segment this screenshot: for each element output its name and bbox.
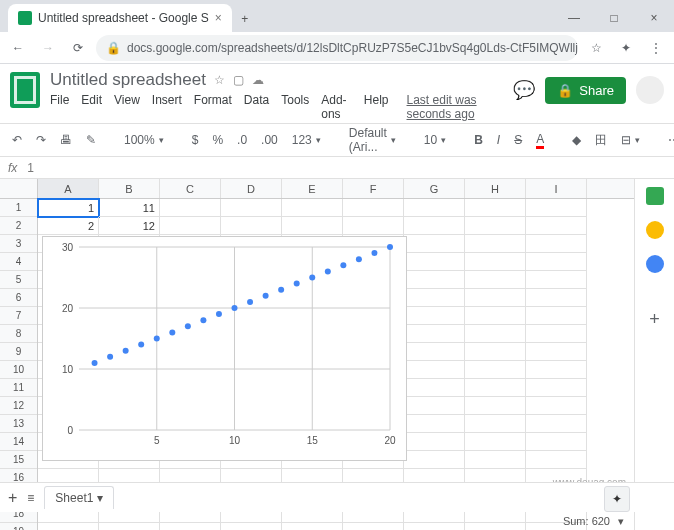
- cell-G8[interactable]: [404, 325, 465, 343]
- zoom-select[interactable]: 100%: [120, 131, 168, 149]
- cell-G14[interactable]: [404, 433, 465, 451]
- cell-D2[interactable]: [221, 217, 282, 235]
- cell-G5[interactable]: [404, 271, 465, 289]
- menu-data[interactable]: Data: [244, 93, 269, 121]
- row-header-8[interactable]: 8: [0, 325, 37, 343]
- col-header-A[interactable]: A: [38, 179, 99, 198]
- percent-button[interactable]: %: [208, 131, 227, 149]
- url-field[interactable]: 🔒 docs.google.com/spreadsheets/d/12lsDlt…: [96, 35, 578, 61]
- menu-view[interactable]: View: [114, 93, 140, 121]
- currency-button[interactable]: $: [188, 131, 203, 149]
- close-icon[interactable]: ×: [634, 4, 674, 32]
- select-all-corner[interactable]: [0, 179, 38, 198]
- cell-H3[interactable]: [465, 235, 526, 253]
- menu-edit[interactable]: Edit: [81, 93, 102, 121]
- cell-A1[interactable]: 1: [38, 199, 99, 217]
- cell-G2[interactable]: [404, 217, 465, 235]
- cell-I15[interactable]: [526, 451, 587, 469]
- cell-I12[interactable]: [526, 397, 587, 415]
- cell-H6[interactable]: [465, 289, 526, 307]
- redo-icon[interactable]: ↷: [32, 131, 50, 149]
- cell-H13[interactable]: [465, 415, 526, 433]
- cell-H2[interactable]: [465, 217, 526, 235]
- row-header-15[interactable]: 15: [0, 451, 37, 469]
- cell-G12[interactable]: [404, 397, 465, 415]
- cell-I8[interactable]: [526, 325, 587, 343]
- cell-G7[interactable]: [404, 307, 465, 325]
- col-header-C[interactable]: C: [160, 179, 221, 198]
- font-size-select[interactable]: 10: [420, 131, 450, 149]
- close-tab-icon[interactable]: ×: [215, 11, 222, 25]
- cell-I4[interactable]: [526, 253, 587, 271]
- cell-A2[interactable]: 2: [38, 217, 99, 235]
- move-icon[interactable]: ▢: [233, 73, 244, 87]
- row-header-6[interactable]: 6: [0, 289, 37, 307]
- cell-H10[interactable]: [465, 361, 526, 379]
- menu-icon[interactable]: ⋮: [644, 36, 668, 60]
- cell-G6[interactable]: [404, 289, 465, 307]
- col-header-H[interactable]: H: [465, 179, 526, 198]
- cell-H4[interactable]: [465, 253, 526, 271]
- cell-G1[interactable]: [404, 199, 465, 217]
- cell-B2[interactable]: 12: [99, 217, 160, 235]
- cell-G10[interactable]: [404, 361, 465, 379]
- menu-help[interactable]: Help: [364, 93, 389, 121]
- cell-H7[interactable]: [465, 307, 526, 325]
- font-select[interactable]: Default (Ari...: [345, 124, 400, 156]
- cell-H1[interactable]: [465, 199, 526, 217]
- cell-I6[interactable]: [526, 289, 587, 307]
- reload-icon[interactable]: ⟳: [66, 36, 90, 60]
- cell-B1[interactable]: 11: [99, 199, 160, 217]
- cell-F2[interactable]: [343, 217, 404, 235]
- spreadsheet-grid[interactable]: ABCDEFGHI 123456789101112131415161718192…: [0, 179, 634, 530]
- cell-G4[interactable]: [404, 253, 465, 271]
- doc-title[interactable]: Untitled spreadsheet: [50, 70, 206, 90]
- merge-button[interactable]: ⊟: [617, 131, 644, 149]
- row-header-9[interactable]: 9: [0, 343, 37, 361]
- menu-format[interactable]: Format: [194, 93, 232, 121]
- row-header-2[interactable]: 2: [0, 217, 37, 235]
- bold-button[interactable]: B: [470, 131, 487, 149]
- col-header-F[interactable]: F: [343, 179, 404, 198]
- col-header-B[interactable]: B: [99, 179, 160, 198]
- cell-E1[interactable]: [282, 199, 343, 217]
- back-icon[interactable]: ←: [6, 36, 30, 60]
- cell-I3[interactable]: [526, 235, 587, 253]
- col-header-I[interactable]: I: [526, 179, 587, 198]
- sum-indicator[interactable]: Sum: 620: [563, 515, 610, 527]
- cell-C1[interactable]: [160, 199, 221, 217]
- row-header-7[interactable]: 7: [0, 307, 37, 325]
- browser-tab[interactable]: Untitled spreadsheet - Google S ×: [8, 4, 232, 32]
- keep-icon[interactable]: [646, 221, 664, 239]
- menu-insert[interactable]: Insert: [152, 93, 182, 121]
- tasks-icon[interactable]: [646, 255, 664, 273]
- more-button[interactable]: ⋯: [664, 131, 674, 149]
- paint-icon[interactable]: ✎: [82, 131, 100, 149]
- col-header-E[interactable]: E: [282, 179, 343, 198]
- col-header-D[interactable]: D: [221, 179, 282, 198]
- chevron-down-icon[interactable]: ▾: [618, 515, 624, 528]
- cell-I13[interactable]: [526, 415, 587, 433]
- extensions-icon[interactable]: ✦: [614, 36, 638, 60]
- cell-I11[interactable]: [526, 379, 587, 397]
- all-sheets-button[interactable]: ≡: [27, 491, 34, 505]
- cell-I9[interactable]: [526, 343, 587, 361]
- cloud-icon[interactable]: ☁: [252, 73, 264, 87]
- italic-button[interactable]: I: [493, 131, 504, 149]
- cell-G3[interactable]: [404, 235, 465, 253]
- cell-I2[interactable]: [526, 217, 587, 235]
- undo-icon[interactable]: ↶: [8, 131, 26, 149]
- sheets-logo-icon[interactable]: [10, 72, 40, 108]
- new-tab-button[interactable]: +: [232, 6, 258, 32]
- cell-H12[interactable]: [465, 397, 526, 415]
- cell-I1[interactable]: [526, 199, 587, 217]
- fill-color-button[interactable]: ◆: [568, 131, 585, 149]
- cell-H14[interactable]: [465, 433, 526, 451]
- explore-button[interactable]: ✦: [604, 486, 630, 512]
- cell-H11[interactable]: [465, 379, 526, 397]
- cell-H8[interactable]: [465, 325, 526, 343]
- add-sheet-button[interactable]: +: [8, 489, 17, 507]
- menu-addons[interactable]: Add-ons: [321, 93, 352, 121]
- row-header-12[interactable]: 12: [0, 397, 37, 415]
- chart-object[interactable]: 01020305101520: [42, 236, 407, 461]
